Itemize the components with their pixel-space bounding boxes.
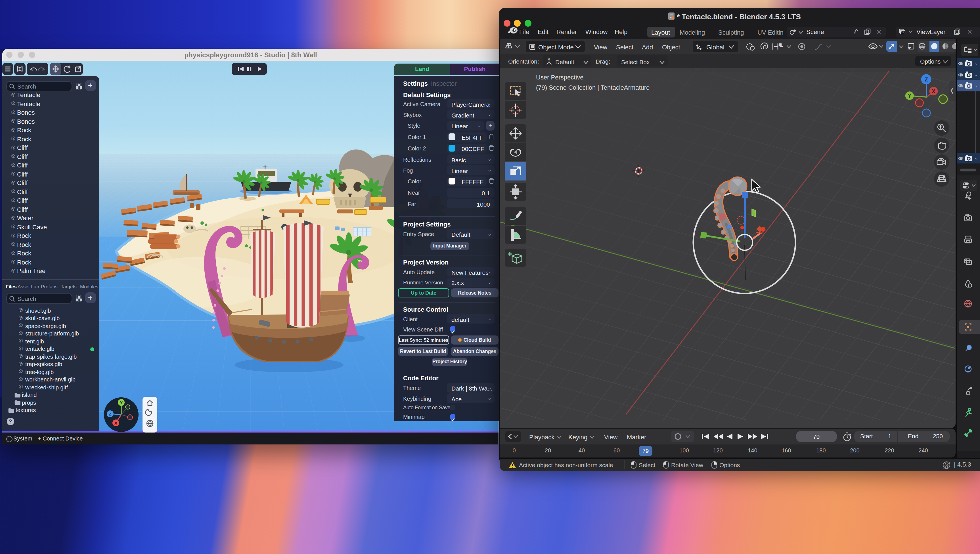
svg-text:Y: Y: [120, 400, 123, 405]
svg-text:Y: Y: [908, 93, 911, 99]
svg-text:Z: Z: [108, 411, 111, 416]
svg-text:X: X: [932, 89, 935, 94]
svg-text:Z: Z: [924, 76, 928, 83]
svg-text:X: X: [114, 420, 117, 425]
